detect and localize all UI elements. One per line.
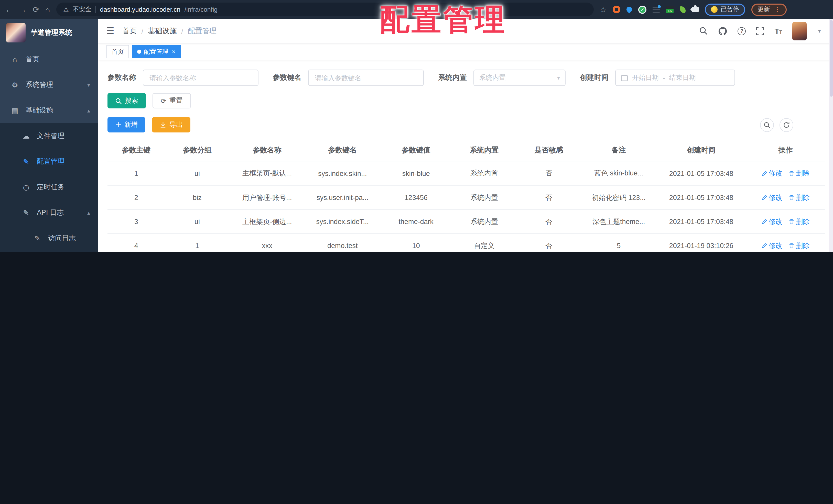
sidebar-item-infra[interactable]: ▤基础设施▴ (0, 98, 98, 123)
extension-orange-ring-icon[interactable] (613, 6, 620, 13)
scrollbar-thumb[interactable] (830, 20, 833, 97)
sidebar-item-label: 文件管理 (37, 131, 65, 141)
update-label: 更新 (758, 5, 770, 14)
table-cell: 系统内置 (452, 161, 517, 186)
help-icon[interactable]: ? (738, 27, 746, 35)
delete-link[interactable]: 删除 (789, 217, 810, 226)
sidebar-item-label: 配置管理 (37, 157, 65, 166)
paused-label: 已暂停 (721, 5, 739, 14)
security-label[interactable]: 不安全 (73, 5, 91, 14)
update-button[interactable]: 更新 ⋮ (752, 3, 787, 16)
sidebar-item-job[interactable]: ◷定时任务 (0, 174, 98, 200)
date-range-picker[interactable]: 开始日期 - 结束日期 (615, 70, 735, 86)
delete-link[interactable]: 删除 (789, 169, 810, 178)
trash-icon (789, 219, 794, 225)
sidebar-item-file[interactable]: ☁文件管理 (0, 123, 98, 149)
fullscreen-icon[interactable] (756, 27, 764, 35)
download-icon (160, 122, 166, 128)
chevron-up-icon: ▴ (87, 209, 90, 216)
export-button[interactable]: 导出 (152, 117, 190, 132)
search-button[interactable]: 搜索 (108, 93, 146, 108)
log-icon: ✎ (33, 234, 42, 243)
param-key-input[interactable] (308, 70, 424, 86)
extension-cn-icon[interactable]: cn (666, 6, 673, 13)
sidebar-item-home[interactable]: ⌂首页 (0, 47, 98, 72)
delete-link[interactable]: 删除 (789, 193, 810, 202)
table-cell: 用户管理-账号... (230, 186, 305, 210)
modify-link[interactable]: 修改 (762, 193, 783, 202)
table-cell: 否 (517, 210, 581, 234)
url-path[interactable]: /infra/config (185, 6, 217, 13)
refresh-icon: ⟳ (161, 97, 166, 105)
column-header: 是否敏感 (517, 140, 581, 161)
sidebar-item-system[interactable]: ⚙系统管理▾ (0, 72, 98, 98)
tab-首页[interactable]: 首页 (106, 45, 129, 58)
monitor-chart-icon: ▤ (10, 106, 20, 115)
hamburger-icon[interactable]: ☰ (106, 26, 114, 36)
sidebar-item-label: 基础设施 (26, 106, 53, 115)
delete-link[interactable]: 删除 (789, 241, 810, 250)
table-cell: 否 (517, 161, 581, 186)
breadcrumb-item[interactable]: 基础设施 (148, 26, 176, 35)
table-cell: 2021-01-05 17:03:48 (657, 210, 746, 234)
sidebar-item-access-log[interactable]: ✎访问日志 (0, 226, 98, 251)
address-divider (95, 6, 96, 13)
add-button[interactable]: 新增 (108, 117, 145, 132)
back-icon[interactable]: ← (5, 6, 13, 13)
page-body: 参数名称 参数键名 系统内置 系统内置 ▾ (98, 60, 833, 252)
github-icon[interactable] (718, 26, 728, 35)
tab-配置管理[interactable]: 配置管理× (132, 45, 181, 58)
param-name-label: 参数名称 (108, 73, 136, 82)
extension-leaf-icon[interactable] (679, 6, 686, 13)
param-name-input[interactable] (143, 70, 259, 86)
extension-bars-icon[interactable] (652, 6, 660, 12)
bookmark-star-icon[interactable]: ☆ (600, 6, 606, 13)
forward-icon[interactable]: → (19, 6, 27, 13)
modify-link[interactable]: 修改 (762, 169, 783, 178)
content-area: ☰ 首页/基础设施/配置管理 ? TT (98, 19, 833, 252)
extension-pin-icon[interactable] (625, 5, 634, 13)
home-icon[interactable]: ⌂ (45, 6, 50, 13)
extensions-puzzle-icon[interactable] (692, 7, 699, 12)
sidebar-item-config[interactable]: ✎配置管理 (0, 149, 98, 174)
address-bar[interactable]: ⚠ 不安全 dashboard.yudao.iocoder.cn/infra/c… (56, 3, 593, 16)
trash-icon (789, 195, 794, 200)
vertical-scrollbar[interactable] (829, 19, 833, 252)
toggle-search-button[interactable] (760, 118, 774, 132)
url-host[interactable]: dashboard.yudao.iocoder.cn (100, 6, 181, 13)
table-cell: 3 (108, 210, 165, 234)
table-cell: 系统内置 (452, 186, 517, 210)
refresh-button[interactable] (780, 118, 793, 132)
table-cell: theme-dark (380, 210, 452, 234)
table-row: 41xxxdemo.test10自定义否52021-01-19 03:10:26… (108, 234, 825, 252)
modify-link[interactable]: 修改 (762, 241, 783, 250)
reset-button[interactable]: ⟳ 重置 (152, 93, 191, 108)
user-avatar[interactable] (792, 22, 807, 40)
extension-green-check-icon[interactable]: ✓ (638, 5, 646, 14)
edit-icon: ✎ (22, 157, 31, 166)
breadcrumb-item[interactable]: 首页 (123, 26, 137, 35)
font-size-icon[interactable]: TT (775, 27, 782, 35)
column-header: 参数分组 (165, 140, 229, 161)
table-cell-actions: 修改删除 (746, 186, 825, 210)
filter-form: 参数名称 参数键名 系统内置 系统内置 ▾ (108, 70, 825, 93)
sidebar-item-error-log[interactable]: ✎错误日志 (0, 251, 98, 252)
modify-link[interactable]: 修改 (762, 217, 783, 226)
kebab-menu-icon[interactable]: ⋮ (774, 6, 781, 13)
table-cell: ui (165, 161, 229, 186)
table-cell: 1 (165, 234, 229, 252)
table-cell: demo.test (305, 234, 380, 252)
table-cell: 否 (517, 186, 581, 210)
avatar-caret-icon[interactable]: ▼ (817, 28, 822, 34)
navbar-actions: ? TT ▼ (699, 22, 822, 40)
annotation-overlay-title: 配置管理 (380, 0, 507, 40)
sidebar-logo[interactable]: 芋道管理系统 (0, 19, 98, 47)
paused-badge[interactable]: 已暂停 (705, 3, 745, 16)
search-icon[interactable] (699, 27, 708, 35)
sidebar-item-api-log[interactable]: ✎API 日志▴ (0, 200, 98, 226)
reload-icon[interactable]: ⟳ (33, 6, 39, 13)
tab-close-icon[interactable]: × (172, 48, 175, 55)
column-header: 备注 (581, 140, 657, 161)
column-header: 参数主键 (108, 140, 165, 161)
builtin-select[interactable]: 系统内置 ▾ (473, 70, 566, 86)
